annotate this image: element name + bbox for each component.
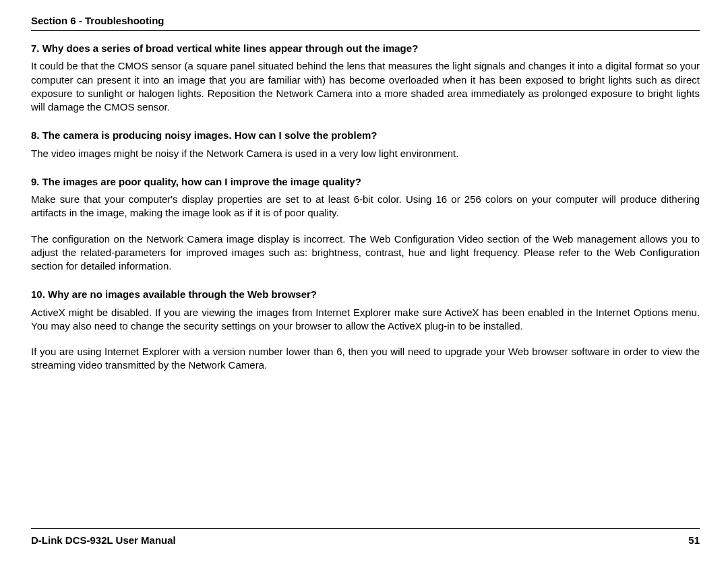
- faq-question: 7. Why does a series of broad vertical w…: [31, 42, 700, 55]
- faq-question: 9. The images are poor quality, how can …: [31, 175, 700, 189]
- manual-title: D-Link DCS-932L User Manual: [31, 534, 176, 546]
- page-content: 7. Why does a series of broad vertical w…: [31, 42, 700, 528]
- document-page: Section 6 - Troubleshooting 7. Why does …: [0, 0, 728, 562]
- faq-item: 9. The images are poor quality, how can …: [31, 175, 700, 274]
- faq-item: 10. Why are no images available through …: [31, 288, 700, 372]
- faq-answer: The configuration on the Network Camera …: [31, 232, 700, 274]
- faq-question: 10. Why are no images available through …: [31, 288, 700, 301]
- faq-answer: ActiveX might be disabled. If you are vi…: [31, 306, 700, 334]
- faq-answer: The video images might be noisy if the N…: [31, 147, 700, 160]
- faq-answer: Make sure that your computer's display p…: [31, 193, 700, 220]
- section-title: Section 6 - Troubleshooting: [31, 15, 700, 26]
- page-footer: D-Link DCS-932L User Manual 51: [31, 528, 700, 546]
- page-header: Section 6 - Troubleshooting: [31, 15, 700, 31]
- faq-answer: It could be that the CMOS sensor (a squa…: [31, 59, 700, 114]
- page-number: 51: [688, 534, 700, 546]
- faq-item: 7. Why does a series of broad vertical w…: [31, 42, 700, 114]
- faq-answer: If you are using Internet Explorer with …: [31, 345, 700, 373]
- faq-question: 8. The camera is producing noisy images.…: [31, 129, 700, 142]
- faq-item: 8. The camera is producing noisy images.…: [31, 129, 700, 160]
